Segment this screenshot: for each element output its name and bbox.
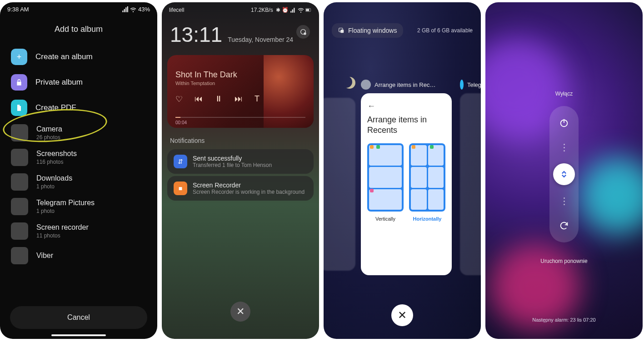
private-album-button[interactable]: Private album <box>0 70 157 95</box>
network-speed: 17.2KB/s <box>251 7 273 13</box>
recents-card-bg[interactable] <box>324 98 355 271</box>
floating-icon <box>338 27 344 34</box>
album-thumb <box>11 198 28 215</box>
wifi-icon <box>130 6 136 13</box>
lock-icon <box>11 74 27 91</box>
clock: 13:11 <box>170 22 222 47</box>
prev-icon[interactable]: ⏮ <box>195 94 203 104</box>
next-icon[interactable]: ⏭ <box>235 94 243 104</box>
dots-icon <box>564 197 565 205</box>
date: Tuesday, November 24 <box>228 36 293 43</box>
back-icon[interactable]: ← <box>367 101 445 111</box>
memory-status: 2 GB of 6 GB available <box>417 27 473 34</box>
recorder-icon: ■ <box>174 182 187 195</box>
recents-card-bg[interactable] <box>460 93 481 275</box>
clear-notifications-button[interactable]: ✕ <box>230 302 250 322</box>
album-thumb <box>11 173 28 191</box>
card-title: Arrange items in Recents <box>367 115 445 135</box>
recents-apps: Arrange items in Rec… ← Arrange items in… <box>361 80 481 275</box>
album-thumb <box>11 222 28 240</box>
wifi-icon <box>298 7 304 13</box>
album-thumb <box>11 124 28 141</box>
reboot-icon[interactable] <box>555 217 573 234</box>
album-telegram[interactable]: Telegram Pictures 1 photo <box>0 194 157 219</box>
power-slider[interactable] <box>549 106 579 242</box>
option-horizontal[interactable]: Horizontally <box>409 143 445 222</box>
pause-icon[interactable]: ⏸ <box>215 94 223 104</box>
panel-power-menu: Wyłącz Uruchom ponownie Następny alarm: … <box>485 2 643 339</box>
status-right: 43% <box>122 6 150 13</box>
create-album-button[interactable]: + Create an album <box>0 44 157 70</box>
cancel-button[interactable]: Cancel <box>10 306 147 329</box>
svg-rect-5 <box>340 30 344 33</box>
recents-app-telegram[interactable]: Teleg… <box>460 80 481 275</box>
progress-bar[interactable] <box>175 117 305 118</box>
status-bar: 9:38 AM 43% <box>0 2 157 16</box>
sheet-title: Add to album <box>0 16 157 44</box>
carrier-label: lifecell <box>169 7 184 13</box>
drag-handle[interactable] <box>553 163 575 185</box>
track-artist: Within Temptation <box>175 81 305 86</box>
settings-app-icon <box>361 80 371 90</box>
status-battery: 43% <box>138 6 150 13</box>
svg-rect-1 <box>306 9 309 11</box>
pdf-icon <box>11 100 27 116</box>
album-camera[interactable]: Camera 26 photos <box>0 121 157 145</box>
section-title: Notifications <box>162 131 319 147</box>
lyrics-icon[interactable]: T <box>255 94 260 104</box>
svg-point-3 <box>304 32 306 35</box>
power-off-label: Wyłącz <box>485 91 643 97</box>
plus-icon: + <box>11 49 27 65</box>
like-icon[interactable]: ♡ <box>175 94 183 104</box>
settings-shortcut-icon[interactable] <box>296 25 310 39</box>
album-thumb <box>11 247 28 264</box>
signal-icon <box>290 7 296 13</box>
status-right: 17.2KB/s ✱ ⏰ <box>251 7 312 13</box>
clear-recents-button[interactable]: ✕ <box>391 304 413 326</box>
bluetooth-icon: ✱ <box>275 7 280 13</box>
album-screenshots[interactable]: Screenshots 116 photos <box>0 145 157 170</box>
power-icon[interactable] <box>555 114 573 131</box>
music-widget[interactable]: Shot In The Dark Within Temptation ♡ ⏮ ⏸… <box>167 55 314 128</box>
recents-top: Floating windows 2 GB of 6 GB available <box>324 2 481 40</box>
status-bar: lifecell 17.2KB/s ✱ ⏰ <box>162 2 319 18</box>
notification-share[interactable]: ⇵ Sent successfully Transferred 1 file t… <box>167 149 314 174</box>
progress-time: 00:04 <box>175 120 187 125</box>
dots-icon <box>564 144 565 151</box>
clock-row: 13:11 Tuesday, November 24 <box>162 18 319 52</box>
recents-app-settings[interactable]: Arrange items in Rec… ← Arrange items in… <box>361 80 452 275</box>
album-viber[interactable]: Viber <box>0 243 157 268</box>
panel-lockscreen-notifications: lifecell 17.2KB/s ✱ ⏰ 13:11 Tuesday, Nov… <box>162 2 319 339</box>
floating-windows-button[interactable]: Floating windows <box>332 23 403 38</box>
recents-card[interactable]: ← Arrange items in Recents Vertically <box>361 93 452 275</box>
status-time: 9:38 AM <box>7 6 29 13</box>
music-source <box>175 62 305 67</box>
album-thumb <box>11 149 28 166</box>
moon-icon <box>344 77 355 89</box>
signal-icon <box>122 6 128 13</box>
notification-recorder[interactable]: ■ Screen Recorder Screen Recorder is wor… <box>167 176 314 201</box>
next-alarm: Następny alarm: 23 lis 07:20 <box>485 317 643 323</box>
album-screen-recorder[interactable]: Screen recorder 11 photos <box>0 219 157 243</box>
create-pdf-button[interactable]: Create PDF <box>0 95 157 121</box>
reboot-label: Uruchom ponownie <box>485 258 643 264</box>
panel-recents: Floating windows 2 GB of 6 GB available … <box>324 2 481 339</box>
battery-icon <box>305 7 312 13</box>
home-indicator[interactable] <box>51 334 106 336</box>
share-icon: ⇵ <box>174 155 187 168</box>
telegram-app-icon <box>460 80 464 90</box>
panel-gallery-add-to-album: 9:38 AM 43% Add to album + Create an alb… <box>0 2 157 339</box>
album-downloads[interactable]: Downloads 1 photo <box>0 170 157 194</box>
bg-blur <box>579 157 643 234</box>
alarm-icon: ⏰ <box>282 7 289 13</box>
option-vertical[interactable]: Vertically <box>367 143 404 222</box>
